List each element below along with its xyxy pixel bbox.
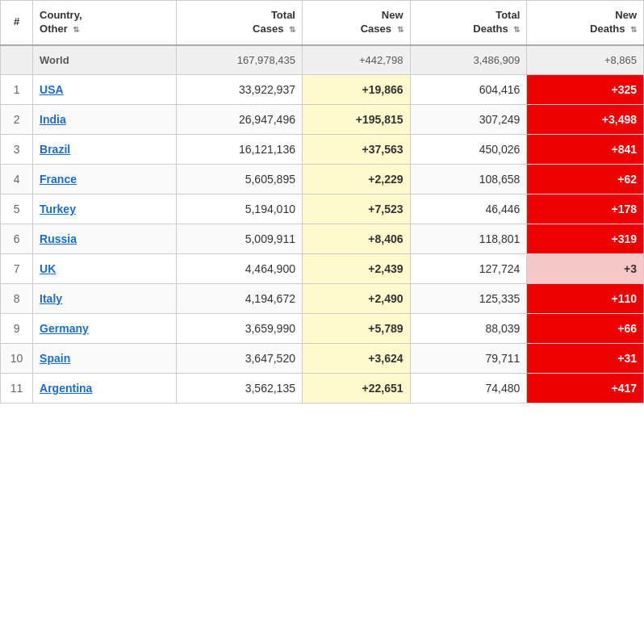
rank-cell: 4: [1, 164, 33, 194]
table-row: 5 Turkey 5,194,010 +7,523 46,446 +178: [1, 194, 644, 224]
country-cell[interactable]: USA: [33, 74, 177, 104]
country-link[interactable]: India: [40, 113, 66, 126]
country-link[interactable]: Russia: [40, 232, 77, 245]
total-cases-cell: 5,605,895: [177, 164, 303, 194]
new-deaths-cell: +31: [527, 343, 644, 373]
total-deaths-cell: 79,711: [410, 343, 527, 373]
new-cases-cell: +2,439: [302, 253, 410, 283]
total-deaths-cell: 46,446: [410, 194, 527, 224]
table-header: # Country,Other ⇅ TotalCases ⇅ NewCases …: [1, 1, 644, 45]
country-link[interactable]: France: [40, 173, 77, 186]
sort-icon-country[interactable]: ⇅: [73, 24, 79, 35]
new-cases-cell: +19,866: [302, 74, 410, 104]
col-country[interactable]: Country,Other ⇅: [33, 1, 177, 45]
country-cell[interactable]: Brazil: [33, 134, 177, 164]
new-deaths-cell: +319: [527, 224, 644, 253]
new-cases-cell: +195,815: [302, 104, 410, 134]
country-link[interactable]: Germany: [40, 322, 89, 335]
new-deaths-cell: +3: [527, 253, 644, 283]
new-cases-cell: +7,523: [302, 194, 410, 224]
sort-icon-total-deaths[interactable]: ⇅: [513, 24, 520, 35]
table-row: 6 Russia 5,009,911 +8,406 118,801 +319: [1, 224, 644, 253]
total-cases-cell: 16,121,136: [177, 134, 303, 164]
country-cell[interactable]: Russia: [33, 224, 177, 253]
rank-cell: 10: [1, 343, 33, 373]
total-cases-cell: 33,922,937: [177, 74, 303, 104]
table-row: 2 India 26,947,496 +195,815 307,249 +3,4…: [1, 104, 644, 134]
rank-cell: 9: [1, 313, 33, 343]
total-deaths-cell: 74,480: [410, 373, 527, 403]
rank-cell: 11: [1, 373, 33, 403]
total-cases-cell: 4,194,672: [177, 283, 303, 313]
sort-icon-total-cases[interactable]: ⇅: [289, 24, 295, 35]
total-cases-cell: 5,194,010: [177, 194, 303, 224]
country-cell[interactable]: Spain: [33, 343, 177, 373]
covid-stats-table: # Country,Other ⇅ TotalCases ⇅ NewCases …: [0, 0, 644, 404]
new-deaths-cell: +110: [527, 283, 644, 313]
total-cases-cell: 4,464,900: [177, 253, 303, 283]
col-rank: #: [1, 1, 33, 45]
country-cell[interactable]: Germany: [33, 313, 177, 343]
sort-icon-new-deaths[interactable]: ⇅: [630, 24, 637, 35]
rank-cell: 3: [1, 134, 33, 164]
country-link[interactable]: Turkey: [40, 203, 76, 215]
table-row: 8 Italy 4,194,672 +2,490 125,335 +110: [1, 283, 644, 313]
rank-cell: 1: [1, 74, 33, 104]
country-cell[interactable]: France: [33, 164, 177, 194]
total-deaths-cell: 604,416: [410, 74, 527, 104]
new-cases-cell: +8,406: [302, 224, 410, 253]
new-cases-cell: +2,229: [302, 164, 410, 194]
new-cases-cell: +2,490: [302, 283, 410, 313]
col-total-cases[interactable]: TotalCases ⇅: [177, 1, 303, 45]
rank-cell: 6: [1, 224, 33, 253]
world-new-cases: +442,798: [302, 45, 410, 75]
total-cases-cell: 3,659,990: [177, 313, 303, 343]
new-deaths-cell: +417: [527, 373, 644, 403]
rank-cell: 7: [1, 253, 33, 283]
total-cases-cell: 26,947,496: [177, 104, 303, 134]
sort-icon-new-cases[interactable]: ⇅: [397, 24, 404, 35]
world-country: World: [33, 45, 177, 75]
country-cell[interactable]: India: [33, 104, 177, 134]
total-deaths-cell: 450,026: [410, 134, 527, 164]
rank-cell: 5: [1, 194, 33, 224]
new-cases-cell: +5,789: [302, 313, 410, 343]
country-cell[interactable]: Italy: [33, 283, 177, 313]
table-row: 3 Brazil 16,121,136 +37,563 450,026 +841: [1, 134, 644, 164]
country-link[interactable]: Argentina: [40, 382, 92, 395]
new-deaths-cell: +841: [527, 134, 644, 164]
rank-cell: 2: [1, 104, 33, 134]
new-deaths-cell: +66: [527, 313, 644, 343]
rank-cell: 8: [1, 283, 33, 313]
col-total-deaths[interactable]: TotalDeaths ⇅: [410, 1, 527, 45]
total-deaths-cell: 125,335: [410, 283, 527, 313]
total-deaths-cell: 127,724: [410, 253, 527, 283]
country-cell[interactable]: Argentina: [33, 373, 177, 403]
new-cases-cell: +22,651: [302, 373, 410, 403]
country-link[interactable]: Spain: [40, 352, 70, 365]
new-deaths-cell: +325: [527, 74, 644, 104]
total-cases-cell: 5,009,911: [177, 224, 303, 253]
country-cell[interactable]: Turkey: [33, 194, 177, 224]
table-row: 1 USA 33,922,937 +19,866 604,416 +325: [1, 74, 644, 104]
col-new-cases[interactable]: NewCases ⇅: [302, 1, 410, 45]
world-row: World 167,978,435 +442,798 3,486,909 +8,…: [1, 45, 644, 75]
country-cell[interactable]: UK: [33, 253, 177, 283]
country-link[interactable]: Brazil: [40, 143, 70, 156]
table-row: 10 Spain 3,647,520 +3,624 79,711 +31: [1, 343, 644, 373]
new-deaths-cell: +178: [527, 194, 644, 224]
total-cases-cell: 3,647,520: [177, 343, 303, 373]
total-deaths-cell: 118,801: [410, 224, 527, 253]
table-row: 11 Argentina 3,562,135 +22,651 74,480 +4…: [1, 373, 644, 403]
world-total-deaths: 3,486,909: [410, 45, 527, 75]
world-new-deaths: +8,865: [527, 45, 644, 75]
world-total-cases: 167,978,435: [177, 45, 303, 75]
total-cases-cell: 3,562,135: [177, 373, 303, 403]
country-link[interactable]: USA: [40, 83, 64, 96]
new-deaths-cell: +62: [527, 164, 644, 194]
country-link[interactable]: UK: [40, 262, 56, 275]
country-link[interactable]: Italy: [40, 292, 62, 305]
new-cases-cell: +37,563: [302, 134, 410, 164]
new-deaths-cell: +3,498: [527, 104, 644, 134]
col-new-deaths[interactable]: NewDeaths ⇅: [527, 1, 644, 45]
